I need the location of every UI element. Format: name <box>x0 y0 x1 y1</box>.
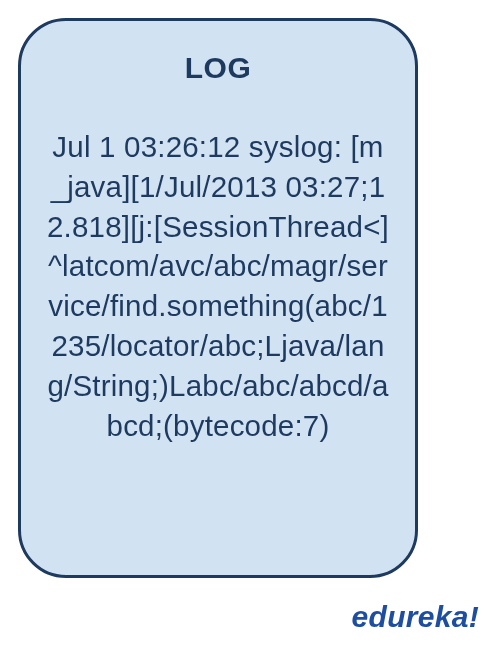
log-title: LOG <box>47 51 389 85</box>
log-panel: LOG Jul 1 03:26:12 syslog: [m_java][1/Ju… <box>18 18 418 578</box>
log-body: Jul 1 03:26:12 syslog: [m_java][1/Jul/20… <box>47 127 389 446</box>
brand-label: edureka! <box>352 600 479 634</box>
